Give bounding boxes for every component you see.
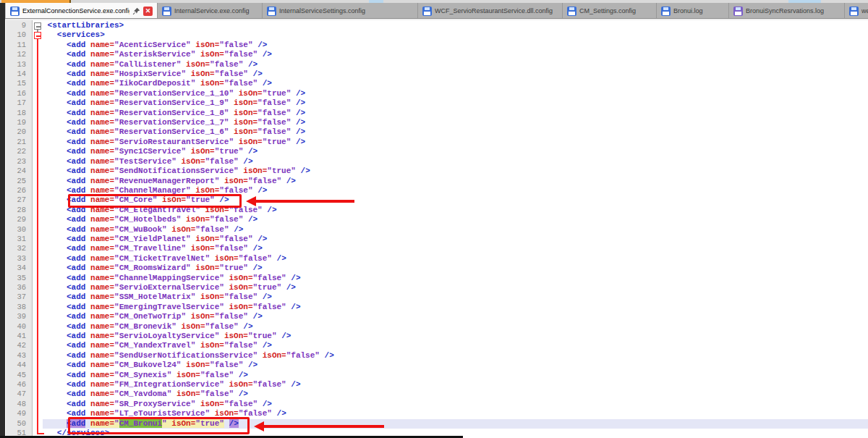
- code-text[interactable]: <add name="HospixService" isOn="false" /…: [43, 70, 868, 79]
- saved-file-icon: [733, 7, 743, 16]
- tab-bronui-log[interactable]: Bronui.log: [657, 3, 729, 19]
- code-text[interactable]: <add name="ReservationService_1_9" isOn=…: [43, 98, 868, 108]
- code-text[interactable]: <add name="ReservationService_1_7" isOn=…: [43, 118, 868, 127]
- window-edge-left: [0, 3, 5, 438]
- line-number: 29: [6, 215, 31, 224]
- code-line-46: 46 <add name="FM_IntegrationService" isO…: [6, 380, 868, 389]
- line-number: 21: [6, 138, 31, 147]
- code-text[interactable]: <add name="ReservationService_1_10" isOn…: [43, 89, 868, 98]
- line-number: 12: [6, 50, 31, 59]
- code-text[interactable]: <add name="CM_WuBook" isOn="false" />: [43, 225, 868, 235]
- code-line-25: 25 <add name="RevenueManagerReport" isOn…: [6, 177, 868, 186]
- code-text[interactable]: <add name="RevenueManagerReport" isOn="f…: [43, 177, 868, 186]
- code-text[interactable]: <add name="AsteriskService" isOn="false"…: [43, 50, 868, 59]
- saved-file-icon: [422, 7, 432, 16]
- tab-web-config[interactable]: web.config: [845, 3, 868, 19]
- annotation-box-line-50: [68, 417, 250, 434]
- line-number: 30: [6, 225, 31, 235]
- line-number: 18: [6, 109, 31, 118]
- code-line-14: 14 <add name="HospixService" isOn="false…: [6, 70, 868, 79]
- line-number: 50: [6, 419, 31, 429]
- line-number: 26: [6, 186, 31, 195]
- pin-icon[interactable]: [132, 7, 140, 15]
- cropped-toolbar-strip: [0, 0, 868, 3]
- code-text[interactable]: <add name="CM_RoomsWizard" isOn="true" /…: [43, 264, 868, 273]
- code-text[interactable]: <add name="SendUserNotificationsService"…: [43, 351, 868, 361]
- line-number: 45: [6, 371, 31, 380]
- code-line-47: 47 <add name="CM_Yavdoma" isOn="false" /…: [6, 389, 868, 399]
- tab-internalservice-exe-config[interactable]: InternalService.exe.config: [158, 3, 263, 19]
- code-line-34: 34 <add name="CM_RoomsWizard" isOn="true…: [6, 264, 868, 273]
- code-text[interactable]: <add name="CM_Synexis" isOn="false" />: [43, 371, 868, 380]
- code-text[interactable]: <add name="FM_IntegrationService" isOn="…: [43, 380, 868, 389]
- line-number: 34: [6, 264, 31, 273]
- line-number: 43: [6, 351, 31, 361]
- line-number: 20: [6, 127, 31, 137]
- code-line-9: 9 <startLibraries>: [6, 21, 868, 30]
- code-line-44: 44 <add name="CM_Bukovel24" isOn="false"…: [6, 361, 868, 370]
- fold-collapse-icon-active[interactable]: [34, 32, 41, 39]
- tab-label: InternalServiceSettings.config: [279, 7, 365, 14]
- code-line-30: 30 <add name="CM_WuBook" isOn="false" />: [6, 225, 868, 235]
- code-line-24: 24 <add name="SendNotificationsService" …: [6, 167, 868, 176]
- code-text[interactable]: <add name="CM_Bukovel24" isOn="false" />: [43, 361, 868, 370]
- fold-collapse-icon[interactable]: [34, 22, 41, 30]
- saved-file-icon: [267, 7, 276, 16]
- code-line-40: 40 <add name="CM_Bronevik" isOn="false" …: [6, 322, 868, 332]
- code-line-10: 10 <services>: [6, 30, 868, 40]
- tab-internalservicesettings-config[interactable]: InternalServiceSettings.config: [263, 3, 418, 19]
- code-text[interactable]: <add name="ServioLoyaltyService" isOn="t…: [43, 332, 868, 341]
- code-line-20: 20 <add name="ReservationService_1_6" is…: [6, 127, 868, 137]
- code-text[interactable]: <add name="CM_YieldPlanet" isOn="false" …: [43, 235, 868, 244]
- code-text[interactable]: <add name="CM_YandexTravel" isOn="false"…: [43, 341, 868, 350]
- code-text[interactable]: <add name="SR_ProxyService" isOn="false"…: [43, 400, 868, 409]
- close-icon[interactable]: ✕: [143, 7, 153, 16]
- code-text[interactable]: <add name="IikoCardDeposit" isOn="false"…: [43, 79, 868, 88]
- line-number: 11: [6, 41, 31, 50]
- code-text[interactable]: <add name="SSM_HotelMatrix" isOn="false"…: [43, 292, 868, 302]
- annotation-arrow-head: [254, 421, 264, 431]
- code-text[interactable]: <add name="ServioExternalService" isOn="…: [43, 283, 868, 292]
- code-text[interactable]: <add name="CM_Hotelbeds" isOn="false" />: [43, 215, 868, 224]
- tab-bronuisyncresrvations-log[interactable]: BronuiSyncResrvations.log: [729, 3, 845, 19]
- tab-cm-settings-config[interactable]: CM_Settings.config: [563, 3, 657, 19]
- tab-label: ExternalConnectionService.exe.config: [22, 7, 129, 14]
- code-text[interactable]: <add name="TestService" isOn="false" />: [43, 157, 868, 167]
- editor[interactable]: 9 <startLibraries>10 <services>11 <add n…: [0, 20, 868, 438]
- tab-label: web.config: [861, 7, 868, 14]
- code-text[interactable]: <add name="ServioRestaurantService" isOn…: [43, 138, 868, 147]
- saved-file-icon: [849, 7, 859, 16]
- code-line-11: 11 <add name="AcenticService" isOn="fals…: [6, 41, 868, 50]
- saved-file-icon: [567, 7, 576, 16]
- code-text[interactable]: <add name="ChannelMappingService" isOn="…: [43, 274, 868, 283]
- annotation-arrow-shaft: [255, 200, 354, 203]
- tab-wcf-serviorestaurantservice-dll-config[interactable]: WCF_ServioRestaurantService.dll.config: [418, 3, 563, 19]
- code-text[interactable]: <add name="CM_OneTwoTrip" isOn="false" /…: [43, 312, 868, 321]
- line-number: 31: [6, 235, 31, 244]
- saved-file-icon: [661, 7, 671, 16]
- annotation-arrow-shaft: [263, 425, 384, 428]
- code-line-45: 45 <add name="CM_Synexis" isOn="false" /…: [6, 371, 868, 380]
- code-text[interactable]: <add name="Sync1CService" isOn="true" />: [43, 147, 868, 156]
- tab-bar-divider: [0, 18, 868, 20]
- code-line-19: 19 <add name="ReservationService_1_7" is…: [6, 118, 868, 127]
- code-text[interactable]: <add name="CallListener" isOn="false" />: [43, 60, 868, 70]
- code-text[interactable]: <add name="CM_Travelline" isOn="false" /…: [43, 244, 868, 253]
- code-line-15: 15 <add name="IikoCardDeposit" isOn="fal…: [6, 79, 868, 88]
- line-number: 17: [6, 98, 31, 108]
- tab-externalconnectionservice-exe-config[interactable]: ExternalConnectionService.exe.config✕: [6, 3, 158, 19]
- code-text[interactable]: <add name="AcenticService" isOn="false" …: [43, 41, 868, 50]
- code-text[interactable]: <add name="CM_Bronevik" isOn="false" />: [43, 322, 868, 332]
- code-text[interactable]: <startLibraries>: [43, 21, 868, 30]
- code-text[interactable]: <add name="ReservationService_1_8" isOn=…: [43, 109, 868, 118]
- line-number: 33: [6, 254, 31, 264]
- code-text[interactable]: <add name="EmergingTravelService" isOn="…: [43, 303, 868, 312]
- saved-file-icon: [10, 7, 20, 16]
- code-text[interactable]: <add name="CM_TicketTravelNet" isOn="fal…: [43, 254, 868, 264]
- tab-label: Bronui.log: [673, 7, 703, 14]
- code-text[interactable]: <add name="CM_Yavdoma" isOn="false" />: [43, 389, 868, 399]
- code-text[interactable]: <add name="SendNotificationsService" isO…: [43, 167, 868, 176]
- line-number: 46: [6, 380, 31, 389]
- code-text[interactable]: <services>: [43, 30, 868, 40]
- code-text[interactable]: <add name="ReservationService_1_6" isOn=…: [43, 127, 868, 137]
